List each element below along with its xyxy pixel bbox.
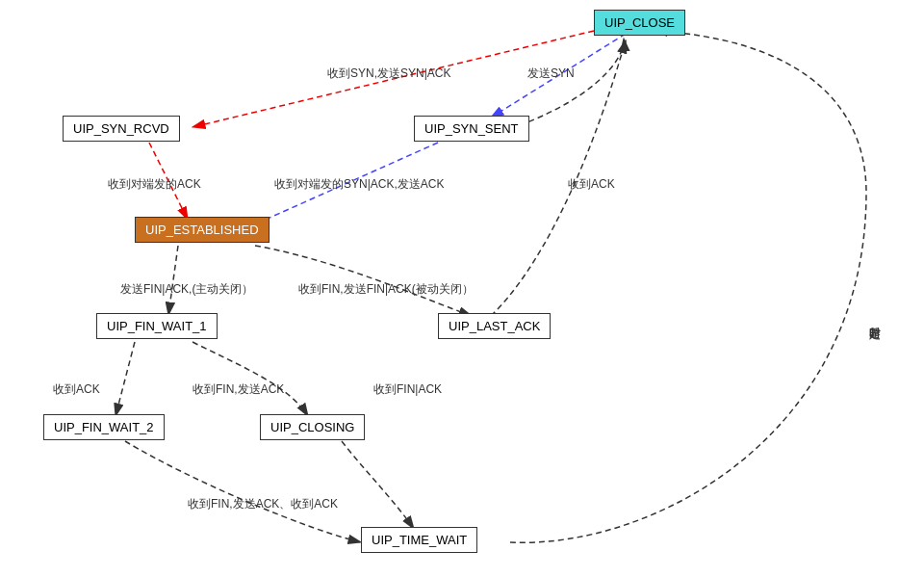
- label-rcv-finack: 收到FIN|ACK: [373, 381, 442, 398]
- label-rcv-synack: 收到对端发的SYN|ACK,发送ACK: [274, 176, 444, 193]
- state-uip-fin-wait-1: UIP_FIN_WAIT_1: [96, 313, 218, 339]
- state-uip-last-ack: UIP_LAST_ACK: [438, 313, 551, 339]
- label-rcv-ack: 收到对端发的ACK: [108, 176, 201, 193]
- state-uip-syn-rcvd: UIP_SYN_RCVD: [63, 116, 180, 142]
- label-send-finack-active: 发送FIN|ACK,(主动关闭）: [120, 281, 253, 298]
- label-send-syn: 发送SYN: [527, 66, 575, 82]
- state-uip-time-wait: UIP_TIME_WAIT: [361, 527, 477, 553]
- diagram-container: UIP_CLOSE UIP_SYN_RCVD UIP_SYN_SENT UIP_…: [0, 0, 924, 577]
- state-uip-established: UIP_ESTABLISHED: [135, 217, 270, 243]
- state-uip-closing: UIP_CLOSING: [260, 414, 365, 440]
- label-rcv-fin-passive: 收到FIN,发送FIN|ACK(被动关闭）: [298, 281, 474, 298]
- state-uip-fin-wait-2: UIP_FIN_WAIT_2: [43, 414, 165, 440]
- label-rcv-ack-2: 收到ACK: [568, 176, 615, 193]
- state-uip-close: UIP_CLOSE: [594, 10, 685, 36]
- state-uip-syn-sent: UIP_SYN_SENT: [414, 116, 529, 142]
- label-rcv-ack-3: 收到ACK: [53, 381, 100, 398]
- label-syn-synack: 收到SYN,发送SYN|ACK: [327, 66, 450, 82]
- label-rcv-fin-send-ack: 收到FIN,发送ACK: [192, 381, 284, 398]
- label-rcv-fin-ack-ack: 收到FIN,发送ACK、收到ACK: [188, 496, 338, 512]
